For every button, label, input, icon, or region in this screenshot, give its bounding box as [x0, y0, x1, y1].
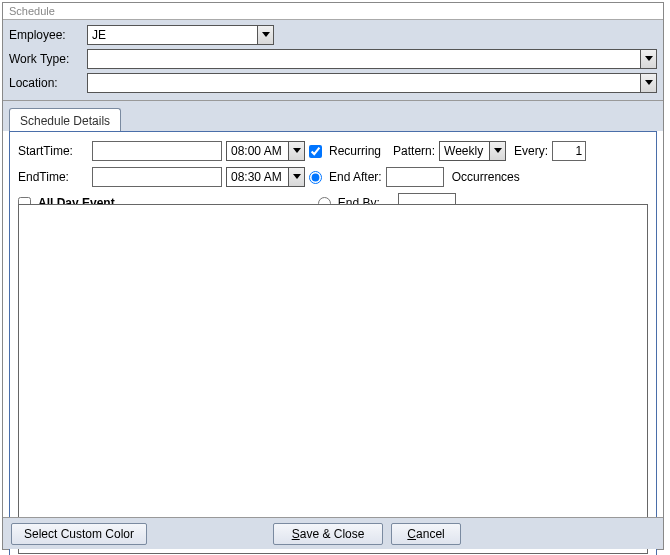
- header-panel: Employee: Work Type: Location:: [3, 20, 663, 101]
- svg-marker-3: [293, 148, 301, 153]
- chevron-down-icon: [293, 148, 301, 154]
- tab-schedule-details[interactable]: Schedule Details: [9, 108, 121, 132]
- worktype-label: Work Type:: [9, 52, 87, 66]
- svg-marker-0: [262, 32, 270, 37]
- pattern-combo[interactable]: [439, 141, 506, 161]
- chevron-down-icon: [494, 148, 502, 154]
- cancel-rest: ancel: [416, 527, 445, 541]
- recurring-checkbox[interactable]: [309, 145, 322, 158]
- employee-dropdown-button[interactable]: [257, 25, 274, 45]
- employee-label: Employee:: [9, 28, 87, 42]
- cancel-button[interactable]: Cancel: [391, 523, 461, 545]
- chevron-down-icon: [645, 80, 653, 86]
- every-input[interactable]: [552, 141, 586, 161]
- button-label: Select Custom Color: [24, 527, 134, 541]
- chevron-down-icon: [262, 32, 270, 38]
- endtime-time-dropdown[interactable]: [288, 167, 305, 187]
- endafter-label: End After:: [329, 170, 382, 184]
- starttime-label: StartTime:: [18, 144, 88, 158]
- worktype-input[interactable]: [87, 49, 640, 69]
- endafter-input[interactable]: [386, 167, 444, 187]
- starttime-time-input[interactable]: [226, 141, 288, 161]
- starttime-time-combo[interactable]: [226, 141, 305, 161]
- tab-strip: Schedule Details: [3, 101, 663, 131]
- svg-marker-2: [645, 80, 653, 85]
- location-dropdown-button[interactable]: [640, 73, 657, 93]
- select-custom-color-button[interactable]: Select Custom Color: [11, 523, 147, 545]
- endtime-label: EndTime:: [18, 170, 88, 184]
- starttime-time-dropdown[interactable]: [288, 141, 305, 161]
- endtime-date-input[interactable]: [92, 167, 222, 187]
- employee-input[interactable]: [87, 25, 257, 45]
- endtime-time-combo[interactable]: [226, 167, 305, 187]
- occurrences-label: Occurrences: [452, 170, 520, 184]
- employee-combo[interactable]: [87, 25, 274, 45]
- location-input[interactable]: [87, 73, 640, 93]
- recurring-label: Recurring: [329, 144, 381, 158]
- save-mnemonic: S: [292, 527, 300, 541]
- starttime-date-input[interactable]: [92, 141, 222, 161]
- pattern-label: Pattern:: [393, 144, 435, 158]
- worktype-combo[interactable]: [87, 49, 657, 69]
- chevron-down-icon: [645, 56, 653, 62]
- svg-marker-4: [494, 148, 502, 153]
- endafter-radio[interactable]: [309, 171, 322, 184]
- tab-label: Schedule Details: [20, 114, 110, 128]
- every-label: Every:: [514, 144, 548, 158]
- schedule-window: Schedule Employee: Work Type: Location:: [2, 2, 664, 550]
- save-close-button[interactable]: Save & Close: [273, 523, 383, 545]
- notes-area[interactable]: [18, 204, 648, 554]
- location-combo[interactable]: [87, 73, 657, 93]
- location-label: Location:: [9, 76, 87, 90]
- endtime-time-input[interactable]: [226, 167, 288, 187]
- svg-marker-5: [293, 174, 301, 179]
- pattern-dropdown[interactable]: [489, 141, 506, 161]
- cancel-mnemonic: C: [407, 527, 416, 541]
- chevron-down-icon: [293, 174, 301, 180]
- save-rest: ave & Close: [300, 527, 365, 541]
- window-title: Schedule: [3, 3, 663, 20]
- worktype-dropdown-button[interactable]: [640, 49, 657, 69]
- svg-marker-1: [645, 56, 653, 61]
- footer-bar: Select Custom Color Save & Close Cancel: [3, 517, 663, 549]
- pattern-input[interactable]: [439, 141, 489, 161]
- schedule-details-panel: StartTime: Recurring Pattern: Every: End…: [9, 131, 657, 555]
